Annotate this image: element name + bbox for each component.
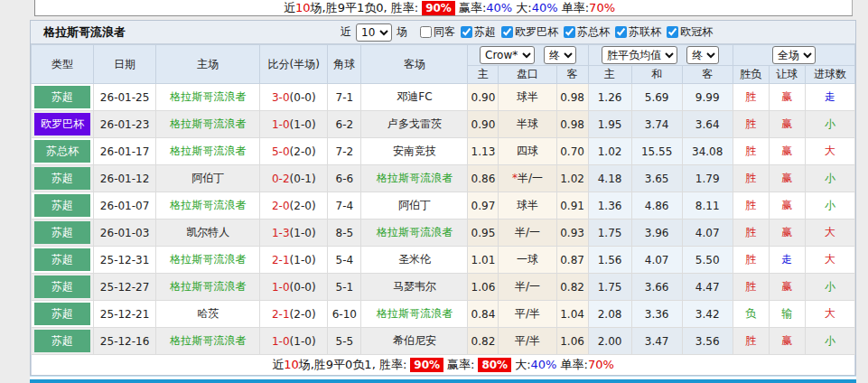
eu-away-odds-cell: 3.56 xyxy=(682,328,733,355)
eu-draw-odds-cell: 5.69 xyxy=(631,84,682,111)
goals-over-under-cell: 走 xyxy=(805,84,854,111)
checkbox-input[interactable] xyxy=(667,26,678,38)
eu-away-odds-cell: 34.08 xyxy=(682,138,733,165)
match-date-cell: 26-01-17 xyxy=(94,138,156,165)
fulltime-score: 5-0 xyxy=(272,145,290,158)
halftime-score: (2-0) xyxy=(290,200,316,212)
match-row: 苏超26-01-07格拉斯哥流浪者2-0(2-0)7-4阿伯丁0.97球半0.9… xyxy=(32,192,855,220)
win-loss-cell: 胜 xyxy=(733,138,769,165)
score-cell: 2-1(1-0) xyxy=(260,247,328,274)
score-cell: 1-3(1-0) xyxy=(260,220,328,247)
filter-checkbox-欧罗巴杯[interactable]: 欧罗巴杯 xyxy=(501,24,558,40)
halftime-score: (0-0) xyxy=(290,91,316,104)
near-label: 近 xyxy=(341,24,351,40)
home-team-cell: 格拉斯哥流浪者 xyxy=(156,84,260,111)
filter-checkbox-苏联杯[interactable]: 苏联杯 xyxy=(615,24,661,40)
handicap-result-cell: 赢 xyxy=(769,111,805,138)
euro-odds-time-select[interactable]: 终 xyxy=(686,46,719,64)
team-name: 格拉斯哥流浪者 xyxy=(43,24,126,41)
col-header-ah-home: 主 xyxy=(468,66,499,84)
games-label: 场 xyxy=(397,24,407,40)
filter-checkbox-苏总杯[interactable]: 苏总杯 xyxy=(564,24,610,40)
corner-cell: 7-4 xyxy=(328,192,361,220)
col-header-type: 类型 xyxy=(32,45,94,84)
eu-draw-odds-cell: 3.36 xyxy=(631,301,682,328)
ah-home-odds-cell: 0.95 xyxy=(468,220,499,247)
eu-home-odds-cell: 1.95 xyxy=(588,111,631,138)
handicap-cell: 平/半 xyxy=(499,301,556,328)
checkbox-label: 苏总杯 xyxy=(577,24,610,40)
league-handicap-trend-bar[interactable]: 联赛盘路走势 xyxy=(30,379,856,383)
checkbox-input[interactable] xyxy=(461,26,472,38)
summary-segment: 单率: xyxy=(556,358,588,371)
col-header-goals: 进球数 xyxy=(805,66,854,84)
away-team-cell: 安南竞技 xyxy=(361,138,468,165)
competition-type-cell: 苏超 xyxy=(32,274,94,301)
eu-away-odds-cell: 4.07 xyxy=(682,220,733,247)
summary-segment: 70% xyxy=(588,358,614,371)
checkbox-input[interactable] xyxy=(564,26,575,38)
goals-over-under-cell: 小 xyxy=(805,111,854,138)
home-team-cell: 阿伯丁 xyxy=(156,165,260,192)
team-stats-panel: 格拉斯哥流浪者 近 10 场 同客苏超欧罗巴杯苏总杯苏联杯欧冠杯 类型 日期 xyxy=(30,20,856,376)
euro-odds-average-select[interactable]: 胜平负均值 xyxy=(602,46,677,64)
match-date-cell: 25-12-16 xyxy=(94,328,156,355)
filter-checkbox-欧冠杯[interactable]: 欧冠杯 xyxy=(667,24,713,40)
eu-draw-odds-cell: 4.07 xyxy=(631,247,682,274)
full-match-select[interactable]: 全场 xyxy=(772,46,816,64)
filter-checkbox-苏超[interactable]: 苏超 xyxy=(461,24,496,40)
checkbox-input[interactable] xyxy=(420,26,432,38)
competition-badge: 苏超 xyxy=(34,86,90,108)
competition-badge: 苏超 xyxy=(34,248,90,271)
match-row: 苏总杯26-01-17格拉斯哥流浪者5-0(2-0)7-2安南竞技1.13四球0… xyxy=(32,138,855,165)
goals-over-under-cell: 小 xyxy=(805,274,854,301)
competition-type-cell: 苏超 xyxy=(32,247,94,274)
handicap-cell: 球半 xyxy=(499,84,556,111)
filter-checkbox-同客[interactable]: 同客 xyxy=(420,24,455,40)
ah-away-odds-cell: 0.91 xyxy=(556,192,588,220)
handicap-result-cell: 赢 xyxy=(769,84,805,111)
home-team-cell: 格拉斯哥流浪者 xyxy=(156,138,260,165)
eu-home-odds-cell: 1.56 xyxy=(588,247,631,274)
handicap-star-marker: * xyxy=(512,172,518,184)
previous-summary-text: 近10场,胜9平1负0, 胜率:90%赢率:40% 大:40% 单率:70% xyxy=(284,0,615,16)
home-team-cell: 格拉斯哥流浪者 xyxy=(156,328,260,355)
summary-segment: 近 xyxy=(272,358,284,371)
competition-badge: 苏超 xyxy=(34,276,90,298)
away-team-cell: 卢多戈雷茨 xyxy=(361,111,468,138)
checkbox-input[interactable] xyxy=(501,26,513,38)
ah-away-odds-cell: 0.87 xyxy=(556,247,588,274)
checkbox-label: 欧冠杯 xyxy=(680,24,713,40)
asian-odds-time-select[interactable]: 终 xyxy=(544,46,576,64)
fulltime-score: 2-1 xyxy=(272,254,290,266)
goals-over-under-cell: 小 xyxy=(805,165,854,192)
competition-badge: 苏超 xyxy=(34,194,90,217)
eu-draw-odds-cell: 3.96 xyxy=(631,220,682,247)
competition-type-cell: 苏超 xyxy=(32,192,94,220)
competition-type-cell: 苏超 xyxy=(32,84,94,111)
summary-segment: 70% xyxy=(589,1,615,14)
handicap-result-cell: 赢 xyxy=(769,220,805,247)
odds-company-select[interactable]: Crow* xyxy=(480,46,535,64)
score-cell: 0-2(0-1) xyxy=(260,165,328,192)
eu-away-odds-cell: 1.79 xyxy=(682,165,733,192)
score-cell: 3-0(0-0) xyxy=(260,84,328,111)
match-row: 苏超25-12-16格拉斯哥流浪者1-0(1-0)5-5希伯尼安0.82平/半1… xyxy=(32,328,855,355)
match-row: 苏超26-01-25格拉斯哥流浪者3-0(0-0)7-1邓迪FC0.90球半0.… xyxy=(32,84,855,111)
handicap-cell: 半球 xyxy=(499,111,556,138)
away-team-cell: 格拉斯哥流浪者 xyxy=(361,301,468,328)
summary-segment: 80% xyxy=(478,358,511,372)
near-count-select[interactable]: 10 xyxy=(356,23,392,42)
fulltime-score: 0-2 xyxy=(272,173,290,185)
checkbox-label: 苏联杯 xyxy=(629,24,661,40)
checkbox-input[interactable] xyxy=(615,26,627,38)
away-team-cell: 格拉斯哥流浪者 xyxy=(361,220,468,247)
asian-odds-group-header: Crow* 终 xyxy=(468,45,588,66)
match-date-cell: 26-01-03 xyxy=(94,220,156,247)
competition-filter-checkboxes: 同客苏超欧罗巴杯苏总杯苏联杯欧冠杯 xyxy=(411,24,713,41)
header-group-row: 类型 日期 主场 比分(半场) 角球 客场 Crow* 终 胜平负均值 xyxy=(32,45,855,66)
home-team-cell: 凯尔特人 xyxy=(156,220,260,247)
score-cell: 5-0(2-0) xyxy=(260,138,328,165)
corner-cell: 6-10 xyxy=(328,301,361,328)
col-header-eu-draw: 和 xyxy=(631,66,682,84)
